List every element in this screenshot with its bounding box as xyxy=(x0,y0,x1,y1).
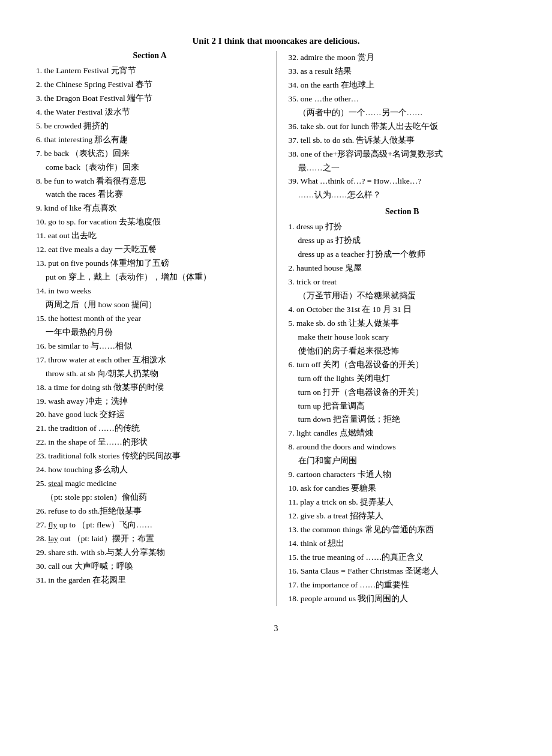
list-item: 7. be back （表状态）回来 xyxy=(36,147,264,161)
list-item: 6. that interesting 那么有趣 xyxy=(36,133,264,147)
list-item: put on 穿上，戴上（表动作），增加（体重） xyxy=(36,271,264,284)
list-item: come back（表动作）回来 xyxy=(36,161,264,175)
list-item: 13. put on five pounds 体重增加了五磅 xyxy=(36,257,264,271)
list-item: 17. the importance of ……的重要性 xyxy=(289,578,517,592)
list-item: 11. play a trick on sb. 捉弄某人 xyxy=(289,496,517,509)
list-item: 25. steal magic medicine xyxy=(36,477,264,491)
list-item: （万圣节用语）不给糖果就捣蛋 xyxy=(289,289,517,303)
list-item: 14. think of 想出 xyxy=(289,537,517,551)
list-item: 9. kind of like 有点喜欢 xyxy=(36,202,264,215)
list-item: 36. take sb. out for lunch 带某人出去吃午饭 xyxy=(289,120,517,134)
list-item: 15. the true meaning of ……的真正含义 xyxy=(289,551,517,565)
list-item: 在门和窗户周围 xyxy=(289,454,517,468)
list-item: 23. traditional folk stories 传统的民间故事 xyxy=(36,449,264,463)
list-item: 12. eat five meals a day 一天吃五餐 xyxy=(36,243,264,257)
list-item: 16. Santa Claus = Father Christmas 圣诞老人 xyxy=(289,565,517,578)
list-item: 12. give sb. a treat 招待某人 xyxy=(289,509,517,523)
left-entries: 1. the Lantern Festival 元宵节2. the Chines… xyxy=(36,64,264,587)
list-item: 使他们的房子看起来很恐怖 xyxy=(289,344,517,358)
list-item: 10. ask for candies 要糖果 xyxy=(289,482,517,496)
list-item: 1. the Lantern Festival 元宵节 xyxy=(36,64,264,78)
right-entries-2: 1. dress up 打扮dress up as 打扮成dress up as… xyxy=(289,220,517,605)
list-item: 14. in two weeks xyxy=(36,284,264,298)
list-item: dress up as a teacher 打扮成一个教师 xyxy=(289,248,517,262)
list-item: 21. the tradition of ……的传统 xyxy=(36,422,264,436)
section-b-header: Section B xyxy=(289,207,517,217)
list-item: 15. the hottest month of the year xyxy=(36,312,264,326)
list-item: 39. What …think of…? = How…like…? xyxy=(289,175,517,188)
right-entries-1: 32. admire the moon 赏月33. as a result 结果… xyxy=(289,51,517,202)
list-item: 1. dress up 打扮 xyxy=(289,220,517,234)
list-item: 6. turn off 关闭（含电器设备的开关） xyxy=(289,358,517,372)
left-column: Section A 1. the Lantern Festival 元宵节2. … xyxy=(36,51,276,606)
list-item: 35. one …the other… xyxy=(289,92,517,106)
list-item: 2. the Chinese Spring Festival 春节 xyxy=(36,78,264,92)
list-item: 37. tell sb. to do sth. 告诉某人做某事 xyxy=(289,134,517,148)
list-item: 一年中最热的月份 xyxy=(36,326,264,340)
list-item: 29. share sth. with sb.与某人分享某物 xyxy=(36,546,264,560)
list-item: 3. the Dragon Boat Festival 端午节 xyxy=(36,92,264,106)
list-item: 4. on October the 31st 在 10 月 31 日 xyxy=(289,303,517,317)
list-item: 28. lay out （pt: laid）摆开；布置 xyxy=(36,532,264,546)
list-item: turn on 打开（含电器设备的开关） xyxy=(289,386,517,400)
list-item: 7. light candles 点燃蜡烛 xyxy=(289,427,517,440)
list-item: 26. refuse to do sth.拒绝做某事 xyxy=(36,505,264,518)
list-item: 2. haunted house 鬼屋 xyxy=(289,262,517,275)
list-item: turn off the lights 关闭电灯 xyxy=(289,372,517,386)
list-item: 20. have good luck 交好运 xyxy=(36,408,264,422)
list-item: 10. go to sp. for vacation 去某地度假 xyxy=(36,215,264,229)
list-item: 18. people around us 我们周围的人 xyxy=(289,592,517,606)
list-item: 31. in the garden 在花园里 xyxy=(36,574,264,587)
list-item: 11. eat out 出去吃 xyxy=(36,229,264,243)
list-item: 34. on the earth 在地球上 xyxy=(289,79,517,92)
list-item: dress up as 打扮成 xyxy=(289,234,517,248)
list-item: （pt: stole pp: stolen）偷仙药 xyxy=(36,491,264,505)
list-item: 17. throw water at each other 互相泼水 xyxy=(36,353,264,367)
list-item: 38. one of the+形容词最高级+名词复数形式 xyxy=(289,148,517,161)
list-item: 8. around the doors and windows xyxy=(289,440,517,454)
list-item: 4. the Water Festival 泼水节 xyxy=(36,106,264,119)
page-number: 3 xyxy=(36,624,516,634)
list-item: ……认为……怎么样？ xyxy=(289,188,517,202)
list-item: 18. a time for doing sth 做某事的时候 xyxy=(36,381,264,395)
list-item: 27. fly up to （pt: flew）飞向…… xyxy=(36,518,264,532)
right-column: 32. admire the moon 赏月33. as a result 结果… xyxy=(276,51,517,606)
list-item: （两者中的）一个……另一个…… xyxy=(289,106,517,120)
page-title: Unit 2 I think that mooncakes are delici… xyxy=(36,36,516,46)
list-item: watch the races 看比赛 xyxy=(36,188,264,202)
list-item: 32. admire the moon 赏月 xyxy=(289,51,517,65)
list-item: 30. call out 大声呼喊；呼唤 xyxy=(36,560,264,574)
list-item: 5. be crowded 拥挤的 xyxy=(36,119,264,133)
list-item: make their house look scary xyxy=(289,331,517,344)
list-item: 8. be fun to watch 看着很有意思 xyxy=(36,175,264,188)
list-item: turn down 把音量调低；拒绝 xyxy=(289,413,517,427)
list-item: turn up 把音量调高 xyxy=(289,400,517,413)
list-item: 5. make sb. do sth 让某人做某事 xyxy=(289,317,517,331)
list-item: 两周之后（用 how soon 提问） xyxy=(36,298,264,312)
list-item: 24. how touching 多么动人 xyxy=(36,463,264,477)
list-item: 33. as a result 结果 xyxy=(289,65,517,79)
list-item: 9. cartoon characters 卡通人物 xyxy=(289,468,517,482)
list-item: 3. trick or treat xyxy=(289,275,517,289)
list-item: throw sth. at sb 向/朝某人扔某物 xyxy=(36,367,264,381)
list-item: 最……之一 xyxy=(289,161,517,175)
list-item: 19. wash away 冲走；洗掉 xyxy=(36,395,264,409)
list-item: 16. be similar to 与……相似 xyxy=(36,340,264,353)
section-a-header: Section A xyxy=(36,51,264,61)
list-item: 22. in the shape of 呈……的形状 xyxy=(36,436,264,449)
list-item: 13. the common things 常见的/普通的东西 xyxy=(289,523,517,537)
